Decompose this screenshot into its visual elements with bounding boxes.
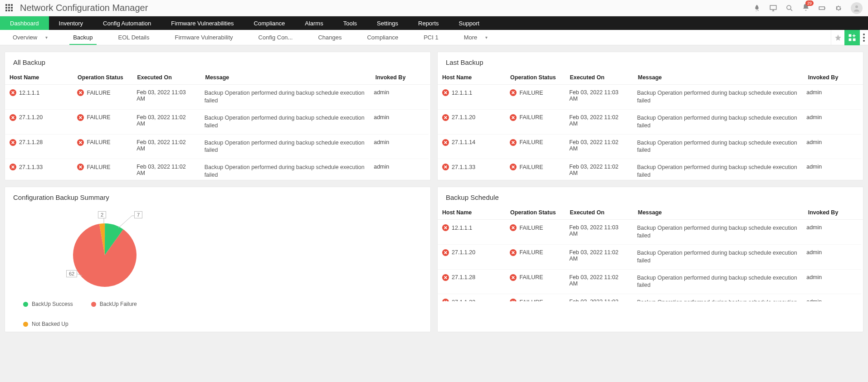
subnav-compliance[interactable]: Compliance [354, 30, 411, 45]
mainnav-firmware-vulnerabilities[interactable]: Firmware Vulnerabilities [161, 16, 244, 30]
subnav-pci-1[interactable]: PCI 1 [411, 30, 451, 45]
svg-rect-1 [819, 7, 824, 10]
mainnav-config-automation[interactable]: Config Automation [93, 16, 161, 30]
mainnav-tools[interactable]: Tools [333, 16, 367, 30]
column-header[interactable]: Invoked By [804, 206, 863, 220]
rocket-icon[interactable] [753, 4, 761, 12]
monitor-icon[interactable] [769, 4, 777, 12]
operation-status: FAILURE [519, 90, 543, 96]
panel-all-backup: All Backup Host NameOperation StatusExec… [5, 52, 431, 180]
mainnav-alarms[interactable]: Alarms [295, 16, 333, 30]
gear-icon[interactable] [834, 4, 843, 12]
legend-item: BackUp Failure [91, 301, 137, 307]
table-row[interactable]: 27.1.1.28FAILUREFeb 03, 2022 11:02 AMBac… [5, 134, 429, 159]
invoked-by: admin [802, 269, 861, 294]
error-icon [442, 249, 449, 256]
column-header[interactable]: Operation Status [506, 206, 565, 220]
table-row[interactable]: 27.1.1.33FAILUREFeb 03, 2022 11:02 AMBac… [5, 159, 429, 180]
table-row[interactable]: 27.1.1.20FAILUREFeb 03, 2022 11:02 AMBac… [438, 244, 861, 269]
error-icon [510, 299, 517, 301]
table-row[interactable]: 27.1.1.20FAILUREFeb 03, 2022 11:02 AMBac… [5, 109, 429, 134]
callout-notbacked: 2 [98, 211, 106, 218]
panel-title: All Backup [5, 52, 430, 71]
column-header[interactable]: Executed On [565, 206, 633, 220]
column-header[interactable]: Invoked By [371, 71, 430, 85]
table-row[interactable]: 27.1.1.28FAILUREFeb 03, 2022 11:02 AMBac… [438, 269, 861, 294]
column-header[interactable]: Host Name [438, 206, 506, 220]
column-header[interactable]: Invoked By [804, 71, 863, 85]
mainnav-reports[interactable]: Reports [408, 16, 449, 30]
svg-rect-4 [849, 34, 852, 37]
svg-point-37 [510, 299, 517, 301]
error-icon [442, 114, 449, 121]
mainnav-support[interactable]: Support [449, 16, 490, 30]
column-header[interactable]: Message [633, 71, 803, 85]
search-icon[interactable] [785, 4, 794, 12]
top-bar: Network Configuration Manager 29 [0, 0, 868, 16]
message: Backup Operation performed during backup… [633, 134, 802, 159]
table-row[interactable]: 27.1.1.14FAILUREFeb 03, 2022 11:02 AMBac… [438, 134, 861, 159]
executed-on: Feb 03, 2022 11:02 AM [132, 159, 200, 180]
message: Backup Operation performed during backup… [200, 109, 370, 134]
column-header[interactable]: Host Name [5, 71, 73, 85]
table-row[interactable]: 12.1.1.1FAILUREFeb 03, 2022 11:03 AMBack… [5, 85, 429, 109]
invoked-by: admin [802, 159, 861, 180]
message: Backup Operation performed during backup… [633, 85, 802, 109]
column-header[interactable]: Message [200, 71, 371, 85]
battery-icon[interactable] [818, 4, 826, 12]
message: Backup Operation performed during backup… [633, 109, 802, 134]
mainnav-dashboard[interactable]: Dashboard [0, 16, 49, 30]
favorite-icon[interactable] [831, 30, 844, 45]
column-header[interactable]: Message [633, 206, 803, 220]
column-header[interactable]: Operation Status [73, 71, 132, 85]
executed-on: Feb 03, 2022 11:02 AM [565, 109, 632, 134]
add-widget-button[interactable] [844, 30, 860, 45]
executed-on: Feb 03, 2022 11:02 AM [565, 159, 632, 180]
error-icon [10, 89, 16, 96]
panel-backup-summary: Configuration Backup Summary 2 7 62 Back… [5, 187, 431, 332]
table-row[interactable]: 27.1.1.33FAILUREFeb 03, 2022 11:02 AMBac… [438, 294, 861, 301]
apps-grid-icon[interactable] [5, 4, 14, 12]
subnav-eol-details[interactable]: EOL Details [106, 30, 162, 45]
error-icon [442, 164, 449, 170]
operation-status: FAILURE [87, 164, 110, 170]
subnav-backup[interactable]: Backup [60, 30, 105, 45]
notifications-icon[interactable]: 29 [802, 3, 810, 13]
column-header[interactable]: Executed On [565, 71, 633, 85]
column-header[interactable]: Operation Status [506, 71, 565, 85]
table-row[interactable]: 27.1.1.33FAILUREFeb 03, 2022 11:02 AMBac… [438, 159, 861, 180]
svg-rect-2 [824, 7, 825, 9]
svg-point-36 [442, 299, 449, 301]
subnav-more[interactable]: More▾ [451, 30, 501, 45]
notification-badge: 29 [805, 0, 814, 6]
app-title: Network Configuration Manager [20, 3, 148, 13]
table-row[interactable]: 27.1.1.20FAILUREFeb 03, 2022 11:02 AMBac… [438, 109, 861, 134]
executed-on: Feb 03, 2022 11:02 AM [132, 134, 200, 159]
executed-on: Feb 03, 2022 11:03 AM [132, 85, 200, 109]
error-icon [442, 139, 449, 146]
column-header[interactable]: Host Name [438, 71, 506, 85]
subnav-firmware-vulnerability[interactable]: Firmware Vulnerability [162, 30, 245, 45]
subnav-changes[interactable]: Changes [305, 30, 354, 45]
error-icon [442, 274, 449, 281]
error-icon [77, 89, 84, 96]
invoked-by: admin [802, 244, 861, 269]
error-icon [77, 114, 84, 121]
svg-rect-6 [853, 38, 856, 41]
executed-on: Feb 03, 2022 11:02 AM [565, 269, 632, 294]
subnav-overview[interactable]: Overview▾ [0, 30, 60, 45]
operation-status: FAILURE [519, 249, 543, 256]
mainnav-inventory[interactable]: Inventory [49, 16, 93, 30]
table-row[interactable]: 12.1.1.1FAILUREFeb 03, 2022 11:03 AMBack… [438, 85, 861, 109]
user-avatar[interactable] [851, 2, 863, 14]
mainnav-compliance[interactable]: Compliance [244, 16, 295, 30]
message: Backup Operation performed during backup… [200, 134, 370, 159]
mainnav-settings[interactable]: Settings [367, 16, 408, 30]
operation-status: FAILURE [87, 139, 110, 145]
svg-point-8 [863, 37, 865, 39]
subnav-config-con-[interactable]: Config Con... [246, 30, 306, 45]
error-icon [10, 114, 16, 121]
column-header[interactable]: Executed On [132, 71, 200, 85]
table-row[interactable]: 12.1.1.1FAILUREFeb 03, 2022 11:03 AMBack… [438, 220, 861, 244]
more-menu-icon[interactable] [860, 34, 868, 42]
